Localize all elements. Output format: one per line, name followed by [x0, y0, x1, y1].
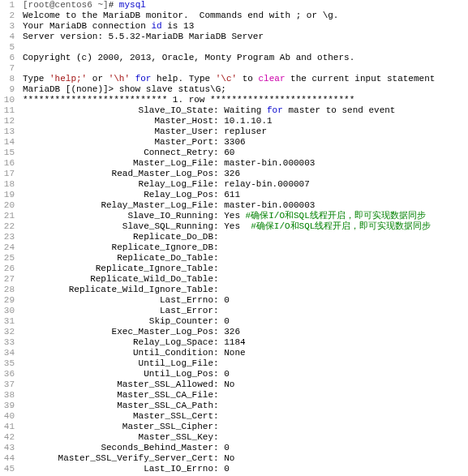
field-value: Yes #确保I/O和SQL线程开启，即可实现数据同步 — [224, 211, 426, 221]
field-label: Slave_IO_Running — [23, 211, 213, 221]
field-label: Replicate_Wild_Do_Table — [23, 274, 213, 285]
field-label: Master_SSL_CA_File — [23, 390, 213, 401]
field-label: Until_Condition — [23, 348, 213, 358]
field-label: Slave_SQL_Running — [23, 221, 213, 232]
help-str2: '\h' — [109, 74, 130, 84]
field-value: 0 — [224, 443, 230, 453]
field-value: Yes #确保I/O和SQL线程开启，即可实现数据同步 — [224, 221, 431, 232]
field-value: master-bin.000003 — [224, 200, 315, 211]
field-value: 611 — [224, 190, 240, 200]
field-value: Waiting for master to send event — [224, 105, 395, 116]
field-label: Until_Log_File — [23, 358, 213, 369]
field-label: Last_Errno — [23, 295, 213, 306]
hash: # — [109, 0, 114, 10]
comment: #确保I/O和SQL线程开启，即可实现数据同步 — [246, 211, 426, 221]
field-label: Replicate_Do_DB — [23, 232, 213, 242]
field-label: Relay_Log_Pos — [23, 190, 213, 200]
terminal-output: [root@centos6 ~]# mysql Welcome to the M… — [19, 0, 435, 474]
field-label: Master_Log_File — [23, 158, 213, 169]
field-label: Exec_Master_Log_Pos — [23, 327, 213, 337]
field-label: Master_Port — [23, 137, 213, 148]
clear-kw: clear — [259, 74, 286, 84]
field-label: Relay_Log_File — [23, 179, 213, 190]
field-label: Master_SSL_Allowed — [23, 380, 213, 390]
for-kw: for — [135, 74, 152, 84]
field-value: None — [224, 348, 245, 358]
field-label: Relay_Log_Space — [23, 337, 213, 348]
field-label: Connect_Retry — [23, 148, 213, 158]
field-label: Replicate_Ignore_DB — [23, 242, 213, 253]
field-label: Until_Log_Pos — [23, 369, 213, 380]
field-value: 60 — [224, 148, 234, 158]
field-value: 10.1.10.1 — [224, 116, 272, 127]
field-label: Replicate_Ignore_Table — [23, 264, 213, 274]
help-str1: 'help;' — [49, 74, 87, 84]
field-label: Last_IO_Errno — [23, 464, 213, 474]
field-value: master-bin.000003 — [224, 158, 315, 169]
field-value: No — [224, 453, 234, 464]
field-value: 0 — [224, 316, 230, 327]
field-label: Replicate_Do_Table — [23, 253, 213, 264]
field-value: 0 — [224, 295, 230, 306]
shell-prompt: [root@centos6 ~] — [23, 0, 109, 10]
field-label: Seconds_Behind_Master — [23, 443, 213, 453]
field-value: No — [224, 380, 234, 390]
field-label: Master_SSL_Key — [23, 432, 213, 443]
field-value: 326 — [224, 169, 240, 179]
field-label: Read_Master_Log_Pos — [23, 169, 213, 179]
field-label: Replicate_Wild_Ignore_Table — [23, 285, 213, 295]
field-value: 1184 — [224, 337, 245, 348]
field-value: 0 — [224, 464, 230, 474]
field-label: Master_SSL_Cert — [23, 411, 213, 422]
field-label: Master_User — [23, 127, 213, 137]
help-str3: '\c' — [216, 74, 237, 84]
field-label: Slave_IO_State — [23, 105, 213, 116]
field-value: repluser — [224, 127, 267, 137]
field-label: Master_Host — [23, 116, 213, 127]
field-label: Last_Error — [23, 306, 213, 316]
field-label: Master_SSL_Cipher — [23, 422, 213, 432]
comment: #确保I/O和SQL线程开启，即可实现数据同步 — [251, 221, 431, 231]
field-value: 326 — [224, 327, 240, 337]
for-kw: for — [267, 105, 283, 115]
line-number-gutter: 1 2 3 4 5 6 7 8 9 10 11 12 13 14 15 16 1… — [0, 0, 19, 474]
field-value: relay-bin.000007 — [224, 179, 310, 190]
mysql-cmd: mysql — [119, 0, 146, 10]
field-label: Skip_Counter — [23, 316, 213, 327]
field-value: 3306 — [224, 137, 245, 148]
field-label: Master_SSL_CA_Path — [23, 401, 213, 411]
field-value: 0 — [224, 369, 230, 380]
field-label: Master_SSL_Verify_Server_Cert — [23, 453, 213, 464]
id-kw: id — [151, 21, 161, 31]
field-label: Relay_Master_Log_File — [23, 200, 213, 211]
